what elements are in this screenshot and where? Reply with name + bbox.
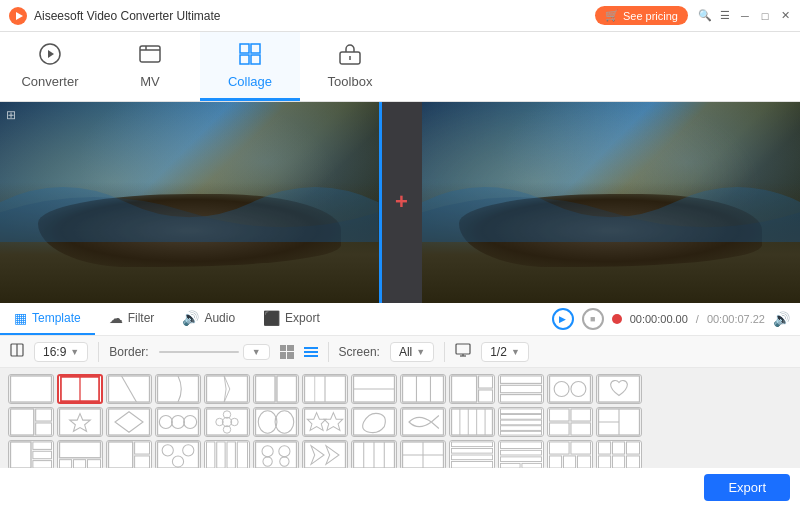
svg-point-54 <box>222 418 231 427</box>
template-h6a[interactable] <box>449 440 495 468</box>
template-leaf[interactable] <box>351 407 397 437</box>
template-circle3[interactable] <box>155 407 201 437</box>
screen-count-select[interactable]: 1/2 ▼ <box>481 342 529 362</box>
svg-point-104 <box>262 446 273 457</box>
template-l3[interactable] <box>8 407 54 437</box>
template-top4[interactable] <box>57 440 103 468</box>
svg-rect-80 <box>571 423 591 435</box>
template-side3[interactable] <box>449 374 495 404</box>
toolbar-tab-audio[interactable]: 🔊 Audio <box>168 303 249 335</box>
svg-point-61 <box>275 411 294 433</box>
toolbar-tab-template[interactable]: ▦ Template <box>0 303 95 335</box>
aspect-ratio-select[interactable]: 16:9 ▼ <box>34 342 88 362</box>
screen-select[interactable]: All ▼ <box>390 342 434 362</box>
template-mix5[interactable] <box>547 440 593 468</box>
template-h5[interactable] <box>498 407 544 437</box>
svg-rect-127 <box>549 442 569 454</box>
template-heart[interactable] <box>596 374 642 404</box>
svg-rect-7 <box>240 55 249 64</box>
svg-rect-23 <box>277 376 297 402</box>
maximize-button[interactable]: □ <box>758 9 772 23</box>
template-circ4[interactable] <box>253 440 299 468</box>
template-single[interactable] <box>8 374 54 404</box>
svg-rect-101 <box>227 442 235 468</box>
svg-rect-99 <box>206 442 214 468</box>
export-button[interactable]: Export <box>704 474 790 501</box>
svg-rect-120 <box>451 455 492 460</box>
template-sq4[interactable] <box>204 440 250 468</box>
screen-dropdown-arrow: ▼ <box>416 347 425 357</box>
svg-rect-124 <box>500 457 541 462</box>
svg-marker-110 <box>326 446 339 465</box>
template-rect2[interactable] <box>253 374 299 404</box>
tab-mv[interactable]: MV <box>100 32 200 101</box>
template-split[interactable] <box>400 440 446 468</box>
toolbar-tab-export[interactable]: ⬛ Export <box>249 303 334 335</box>
svg-rect-85 <box>33 442 52 449</box>
time-total: 00:00:07.22 <box>707 313 765 325</box>
template-star2[interactable] <box>302 407 348 437</box>
search-icon[interactable]: 🔍 <box>698 9 712 23</box>
template-side4[interactable] <box>8 440 54 468</box>
video-panel-divider[interactable]: + <box>382 102 422 303</box>
collage-icon <box>238 42 262 70</box>
svg-rect-88 <box>59 442 100 458</box>
template-fish[interactable] <box>400 407 446 437</box>
converter-icon <box>38 42 62 70</box>
template-h3[interactable] <box>498 374 544 404</box>
tab-toolbox[interactable]: Toolbox <box>300 32 400 101</box>
volume-icon[interactable]: 🔊 <box>773 311 790 327</box>
template-rect4[interactable] <box>547 407 593 437</box>
video-area: ⊞ + ▦ Templa <box>0 102 800 507</box>
window-controls: 🔍 ☰ ─ □ ✕ <box>698 9 792 23</box>
screen-count-arrow: ▼ <box>511 347 520 357</box>
minimize-button[interactable]: ─ <box>738 9 752 23</box>
template-top2[interactable] <box>351 374 397 404</box>
svg-rect-16 <box>10 376 51 402</box>
stripe-layout-icon[interactable] <box>304 347 318 357</box>
template-flower[interactable] <box>204 407 250 437</box>
template-wide-split[interactable] <box>106 374 152 404</box>
play-button[interactable]: ▶ <box>552 308 574 330</box>
svg-rect-65 <box>353 409 394 435</box>
template-diamond[interactable] <box>106 407 152 437</box>
border-select[interactable]: ▼ <box>243 344 270 360</box>
stop-button[interactable]: ■ <box>582 308 604 330</box>
template-star[interactable] <box>57 407 103 437</box>
template-v4b[interactable] <box>351 440 397 468</box>
svg-point-96 <box>162 445 173 456</box>
template-oo[interactable] <box>253 407 299 437</box>
template-circle2[interactable] <box>547 374 593 404</box>
template-h6b[interactable] <box>498 440 544 468</box>
video-bg-left <box>0 102 379 303</box>
wave-svg-right <box>422 162 801 242</box>
template-circ3[interactable] <box>155 440 201 468</box>
template-v5[interactable] <box>449 407 495 437</box>
template-big3[interactable] <box>106 440 152 468</box>
close-button[interactable]: ✕ <box>778 9 792 23</box>
svg-point-52 <box>184 416 197 429</box>
grid-layout-icon[interactable] <box>280 345 294 359</box>
menu-icon[interactable]: ☰ <box>718 9 732 23</box>
svg-rect-93 <box>135 442 150 454</box>
toolbar-tab-filter[interactable]: ☁ Filter <box>95 303 169 335</box>
template-v2-selected[interactable] <box>57 374 103 404</box>
template-curve[interactable] <box>155 374 201 404</box>
template-wide4[interactable] <box>596 407 642 437</box>
template-v2b[interactable] <box>302 374 348 404</box>
svg-rect-33 <box>479 376 493 388</box>
panel-left-corner-icon: ⊞ <box>6 108 16 122</box>
svg-marker-46 <box>70 414 91 432</box>
template-v3[interactable] <box>400 374 446 404</box>
pricing-button[interactable]: 🛒 See pricing <box>595 6 688 25</box>
template-grid6[interactable] <box>596 440 642 468</box>
sep3 <box>444 342 445 362</box>
svg-rect-42 <box>10 409 33 435</box>
template-arrow[interactable] <box>204 374 250 404</box>
svg-rect-73 <box>500 415 541 420</box>
tab-converter[interactable]: Converter <box>0 32 100 101</box>
tab-collage[interactable]: Collage <box>200 32 300 101</box>
svg-point-39 <box>554 382 569 397</box>
template-arrow2[interactable] <box>302 440 348 468</box>
sep2 <box>328 342 329 362</box>
